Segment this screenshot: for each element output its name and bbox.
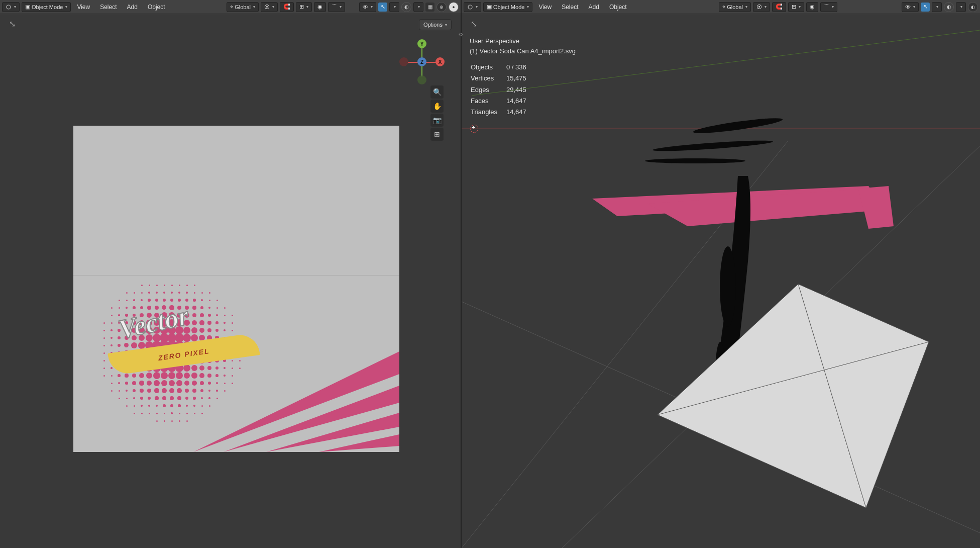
proportional-dropdown[interactable]: ⌒▾	[820, 2, 837, 12]
falloff-icon: ⌒	[332, 3, 337, 11]
pivot-icon: ⦿	[756, 4, 762, 10]
circle-icon: ◉	[317, 4, 322, 10]
cursor-tool-icon[interactable]: ⤡	[471, 19, 477, 29]
table-row: Vertices15,475	[471, 73, 534, 83]
editor-type-dropdown[interactable]: ▾	[464, 2, 481, 12]
axis-z-ball[interactable]: Z	[417, 57, 426, 66]
overlays-dropdown[interactable]: ▾	[956, 2, 966, 12]
viewport-right: ▾ ▣ Object Mode▾ View Select Add Object …	[462, 0, 980, 548]
snap-toggle[interactable]: 🧲	[280, 2, 294, 12]
menu-object[interactable]: Object	[144, 4, 169, 11]
mode-label: Object Mode	[493, 4, 524, 10]
orientation-label: Global	[235, 4, 251, 10]
header-right: ▾ ▣ Object Mode▾ View Select Add Object …	[462, 0, 980, 14]
orientation-dropdown[interactable]: ⌖ Global▾	[227, 2, 259, 12]
axis-y-ball[interactable]: Y	[417, 39, 426, 48]
gizmo-toggle[interactable]: ↖	[921, 3, 930, 12]
svg-point-15	[652, 139, 773, 153]
overlays-icon: ◐	[404, 4, 409, 10]
header-left: ▾ ▣ Object Mode▾ View Select Add Object …	[0, 0, 461, 14]
nav-gizmo[interactable]: X Y Z	[399, 39, 445, 84]
menu-add[interactable]: Add	[123, 4, 142, 11]
svg-point-14	[693, 116, 783, 136]
svg-marker-19	[658, 284, 929, 508]
area-corner-icon[interactable]: ‹›	[459, 30, 463, 38]
gizmo-dropdown[interactable]: ▾	[932, 2, 942, 12]
orientation-icon: ⌖	[230, 4, 233, 10]
shading-material[interactable]: ◐	[968, 2, 978, 12]
snap-toggle[interactable]: 🧲	[772, 2, 786, 12]
zoom-button[interactable]: 🔍	[430, 85, 444, 99]
snap-dropdown[interactable]: ⊞▾	[788, 2, 804, 12]
axis-neg-y-ball[interactable]	[417, 75, 426, 84]
orientation-icon: ⌖	[722, 4, 725, 10]
menu-view[interactable]: View	[73, 4, 94, 11]
gizmo-icon: ↖	[923, 4, 928, 10]
solid-icon: ●	[452, 5, 455, 10]
svg-point-16	[645, 158, 745, 163]
mode-label: Object Mode	[32, 4, 63, 10]
gizmo-toggle[interactable]: ↖	[378, 3, 387, 12]
svg-point-17	[720, 246, 736, 327]
cube-icon: ▣	[25, 4, 30, 10]
shading-wireframe[interactable]: ⊕	[437, 2, 447, 12]
svg-point-5	[468, 5, 472, 9]
stats-table: Objects0 / 336 Vertices15,475 Edges29,44…	[470, 61, 535, 118]
camera-button[interactable]: 📷	[430, 114, 444, 127]
xray-toggle[interactable]: ▦	[425, 3, 434, 12]
menu-add[interactable]: Add	[585, 4, 603, 11]
perspective-button[interactable]: ⊞	[430, 128, 444, 141]
perspective-label: User Perspective	[470, 36, 576, 46]
shading-solid[interactable]: ●	[449, 2, 459, 12]
proportional-dropdown[interactable]: ⌒▾	[328, 2, 345, 12]
axis-neg-x-ball[interactable]	[399, 57, 408, 66]
options-label: Options	[423, 22, 443, 28]
svg-point-0	[7, 5, 11, 9]
pan-button[interactable]: ✋	[430, 100, 444, 113]
nav-buttons: 🔍 ✋ 📷 ⊞	[430, 85, 444, 141]
xray-icon: ▦	[428, 4, 432, 10]
options-button[interactable]: Options▾	[419, 19, 452, 30]
scene-geometry	[587, 111, 939, 523]
camera-icon: 📷	[433, 116, 442, 124]
mode-dropdown[interactable]: ▣ Object Mode▾	[483, 2, 532, 12]
overlays-dropdown[interactable]: ▾	[413, 2, 423, 12]
table-row: Objects0 / 336	[471, 62, 534, 72]
overlays-icon: ◐	[947, 4, 951, 10]
menu-view[interactable]: View	[534, 4, 556, 11]
material-icon: ◐	[971, 5, 975, 10]
cursor-tool-icon[interactable]: ⤡	[9, 19, 16, 29]
orientation-label: Global	[727, 4, 743, 10]
active-object-label: (1) Vector Soda Can A4_import2.svg	[470, 46, 576, 56]
falloff-icon: ⌒	[824, 3, 829, 11]
hand-icon: ✋	[433, 102, 442, 110]
table-row: Faces14,647	[471, 96, 534, 106]
viewport-left: ▾ ▣ Object Mode▾ View Select Add Object …	[0, 0, 462, 548]
viewport-overlay-info: User Perspective (1) Vector Soda Can A4_…	[470, 36, 576, 118]
editor-type-dropdown[interactable]: ▾	[2, 2, 20, 12]
mode-dropdown[interactable]: ▣ Object Mode▾	[22, 2, 71, 12]
grid-snap-icon: ⊞	[299, 4, 304, 10]
visibility-dropdown[interactable]: 👁▾	[359, 2, 376, 12]
eye-icon: 👁	[363, 4, 368, 10]
menu-select[interactable]: Select	[558, 4, 582, 11]
gizmo-dropdown[interactable]: ▾	[389, 2, 399, 12]
pivot-dropdown[interactable]: ⦿▾	[753, 2, 770, 12]
pivot-dropdown[interactable]: ⦿▾	[261, 2, 278, 12]
grid-icon: ⊞	[434, 130, 440, 138]
table-row: Edges29,445	[471, 85, 534, 95]
proportional-toggle[interactable]: ◉	[314, 2, 326, 12]
overlays-toggle[interactable]: ◐	[401, 2, 411, 12]
menu-object[interactable]: Object	[605, 4, 631, 11]
overlays-toggle[interactable]: ◐	[944, 2, 954, 12]
axis-x-ball[interactable]: X	[435, 57, 445, 66]
snap-dropdown[interactable]: ⊞▾	[296, 2, 312, 12]
magnet-icon: 🧲	[283, 4, 290, 10]
orientation-dropdown[interactable]: ⌖ Global▾	[719, 2, 751, 12]
proportional-toggle[interactable]: ◉	[806, 2, 818, 12]
menu-select[interactable]: Select	[96, 4, 121, 11]
rays-graphic	[193, 351, 399, 452]
visibility-dropdown[interactable]: 👁▾	[902, 2, 919, 12]
svg-marker-13	[858, 186, 894, 229]
eye-icon: 👁	[905, 4, 911, 10]
